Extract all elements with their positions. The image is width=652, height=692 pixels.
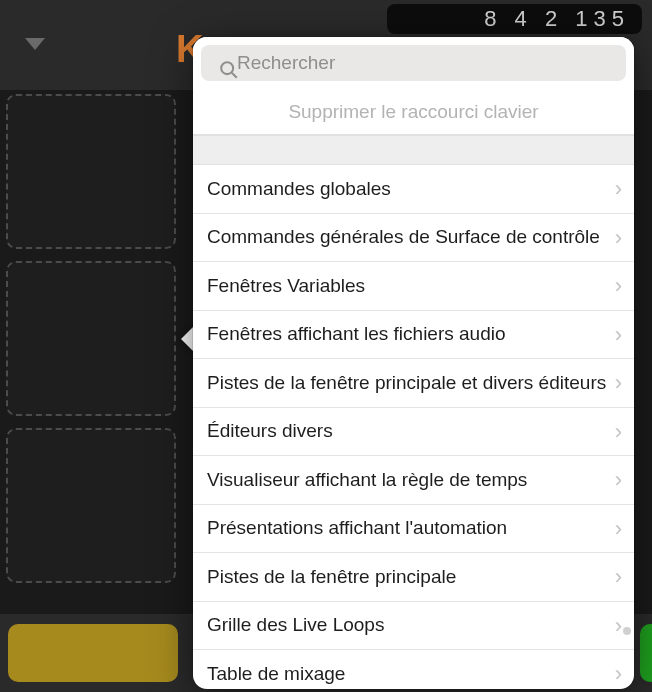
list-item[interactable]: Table de mixage ›: [193, 650, 634, 689]
list-item-label: Table de mixage: [207, 662, 615, 686]
chevron-right-icon: ›: [615, 272, 622, 300]
yellow-pad-button[interactable]: [8, 624, 178, 682]
chevron-right-icon: ›: [615, 175, 622, 203]
chevron-right-icon: ›: [615, 563, 622, 591]
section-divider: [193, 135, 634, 165]
list-item[interactable]: Fenêtres Variables ›: [193, 262, 634, 311]
chevron-right-icon: ›: [615, 224, 622, 252]
green-pad-button[interactable]: [640, 624, 652, 682]
key-commands-popover: Supprimer le raccourci clavier Commandes…: [193, 37, 634, 689]
scrollbar-thumb[interactable]: [623, 627, 631, 635]
list-item[interactable]: Présentations affichant l'automation ›: [193, 505, 634, 554]
command-category-list: Commandes globales › Commandes générales…: [193, 165, 634, 689]
svg-line-1: [232, 73, 237, 78]
search-icon: [218, 59, 240, 81]
empty-slot[interactable]: [6, 261, 176, 416]
list-item[interactable]: Pistes de la fenêtre principale et diver…: [193, 359, 634, 408]
chevron-right-icon: ›: [615, 515, 622, 543]
list-item[interactable]: Commandes générales de Surface de contrô…: [193, 214, 634, 263]
list-item-label: Visualiseur affichant la règle de temps: [207, 468, 615, 492]
list-item-label: Fenêtres Variables: [207, 274, 615, 298]
delete-shortcut-button[interactable]: Supprimer le raccourci clavier: [193, 89, 634, 135]
list-item-label: Commandes globales: [207, 177, 615, 201]
list-item-label: Fenêtres affichant les fichiers audio: [207, 322, 615, 346]
chevron-right-icon: ›: [615, 321, 622, 349]
list-item[interactable]: Visualiseur affichant la règle de temps …: [193, 456, 634, 505]
list-item-label: Pistes de la fenêtre principale et diver…: [207, 371, 615, 395]
list-item[interactable]: Grille des Live Loops ›: [193, 602, 634, 651]
svg-point-0: [221, 62, 233, 74]
position-counter[interactable]: 8 4 2 135: [387, 4, 642, 34]
chevron-right-icon: ›: [615, 369, 622, 397]
delete-shortcut-label: Supprimer le raccourci clavier: [288, 101, 538, 123]
list-item[interactable]: Fenêtres affichant les fichiers audio ›: [193, 311, 634, 360]
chevron-right-icon: ›: [615, 612, 622, 640]
empty-slot[interactable]: [6, 94, 176, 249]
list-item-label: Grille des Live Loops: [207, 613, 615, 637]
search-input[interactable]: [201, 45, 626, 81]
list-item-label: Présentations affichant l'automation: [207, 516, 615, 540]
chevron-right-icon: ›: [615, 660, 622, 688]
list-item[interactable]: Commandes globales ›: [193, 165, 634, 214]
list-item-label: Commandes générales de Surface de contrô…: [207, 225, 615, 249]
counter-value: 8 4 2 135: [484, 6, 630, 32]
list-item-label: Pistes de la fenêtre principale: [207, 565, 615, 589]
chevron-right-icon: ›: [615, 466, 622, 494]
empty-slot[interactable]: [6, 428, 176, 583]
search-wrap: [193, 37, 634, 89]
list-item[interactable]: Pistes de la fenêtre principale ›: [193, 553, 634, 602]
list-item[interactable]: Éditeurs divers ›: [193, 408, 634, 457]
list-item-label: Éditeurs divers: [207, 419, 615, 443]
chevron-right-icon: ›: [615, 418, 622, 446]
track-slots: [6, 94, 176, 583]
dropdown-arrow-icon[interactable]: [25, 38, 45, 50]
